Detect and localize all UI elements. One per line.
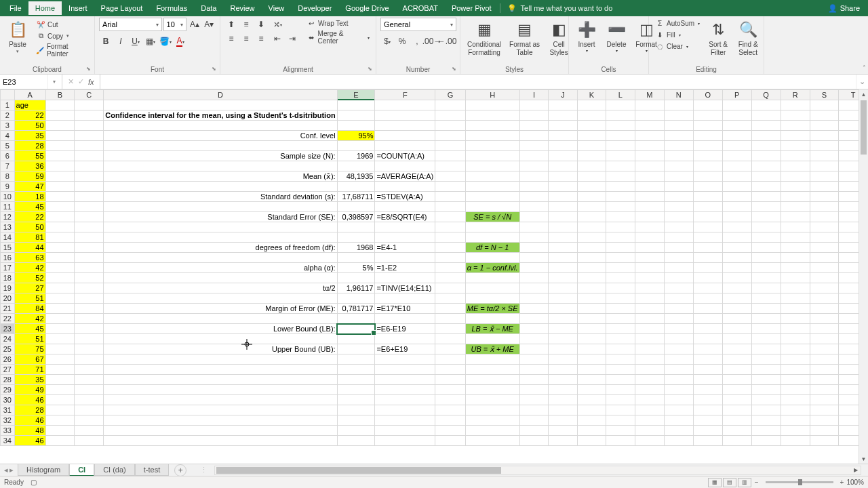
row-header-14[interactable]: 14 <box>1 232 15 243</box>
cell-E17[interactable]: 5% <box>337 263 375 273</box>
cell-O11[interactable] <box>693 202 722 212</box>
row-header-27[interactable]: 27 <box>1 365 15 375</box>
cell-P19[interactable] <box>722 283 751 293</box>
cell-K26[interactable] <box>577 354 606 365</box>
cell-K5[interactable] <box>577 141 606 151</box>
cell-B15[interactable] <box>45 243 75 253</box>
cell-L27[interactable] <box>606 365 635 375</box>
cell-A17[interactable]: 42 <box>14 263 45 273</box>
row-header-13[interactable]: 13 <box>1 222 15 232</box>
cell-H17[interactable]: α = 1 − conf.lvl. <box>465 263 519 273</box>
cell-D23[interactable]: Lower Bound (LB): <box>104 324 337 334</box>
cell-J7[interactable] <box>549 161 577 171</box>
cell-G4[interactable] <box>435 131 465 141</box>
cell-F6[interactable]: =COUNT(A:A) <box>375 151 435 161</box>
cell-H29[interactable] <box>465 385 519 395</box>
cell-R9[interactable] <box>781 182 810 192</box>
cell-N22[interactable] <box>664 314 693 324</box>
cell-L29[interactable] <box>606 385 635 395</box>
cell-P24[interactable] <box>722 334 751 344</box>
cell-D5[interactable] <box>104 141 337 151</box>
autosum-button[interactable]: ΣAutoSum▾ <box>653 18 702 28</box>
cell-G10[interactable] <box>435 192 465 202</box>
cell-S22[interactable] <box>810 314 839 324</box>
cell-H3[interactable] <box>465 121 519 131</box>
cell-L31[interactable] <box>606 405 635 415</box>
col-header-H[interactable]: H <box>465 90 519 100</box>
cell-G11[interactable] <box>435 202 465 212</box>
cell-R2[interactable] <box>781 110 810 121</box>
cell-G20[interactable] <box>435 293 465 304</box>
cell-I17[interactable] <box>519 263 549 273</box>
cell-J13[interactable] <box>549 222 577 232</box>
cell-J3[interactable] <box>549 121 577 131</box>
cell-S31[interactable] <box>810 405 839 415</box>
cell-R34[interactable] <box>781 436 810 446</box>
cell-Q25[interactable] <box>751 344 781 354</box>
cell-C16[interactable] <box>75 253 104 263</box>
expand-formula-bar[interactable]: ⌄ <box>856 75 868 89</box>
font-launcher[interactable]: ⬊ <box>212 66 218 73</box>
cell-E20[interactable] <box>337 293 375 304</box>
cell-E9[interactable] <box>337 182 375 192</box>
cell-A8[interactable]: 59 <box>14 171 45 182</box>
cell-E19[interactable]: 1,96117 <box>337 283 375 293</box>
cell-E2[interactable] <box>337 110 375 121</box>
cell-L16[interactable] <box>606 253 635 263</box>
cell-G16[interactable] <box>435 253 465 263</box>
italic-button[interactable]: I <box>114 35 127 48</box>
conditional-formatting-button[interactable]: ▦Conditional Formatting <box>465 18 504 58</box>
cell-M30[interactable] <box>635 395 664 405</box>
cell-S13[interactable] <box>810 222 839 232</box>
cell-S10[interactable] <box>810 192 839 202</box>
cell-C23[interactable] <box>75 324 104 334</box>
cell-D20[interactable] <box>104 293 337 304</box>
cell-I5[interactable] <box>519 141 549 151</box>
cell-N27[interactable] <box>664 365 693 375</box>
cell-C17[interactable] <box>75 263 104 273</box>
cell-R25[interactable] <box>781 344 810 354</box>
formula-input[interactable] <box>104 78 852 86</box>
bold-button[interactable]: B <box>99 35 113 48</box>
cell-E7[interactable] <box>337 161 375 171</box>
cell-N5[interactable] <box>664 141 693 151</box>
cell-K3[interactable] <box>577 121 606 131</box>
cell-E15[interactable]: 1968 <box>337 243 375 253</box>
cell-F29[interactable] <box>375 385 435 395</box>
decrease-font-button[interactable]: A▾ <box>203 18 216 31</box>
cell-A22[interactable]: 42 <box>14 314 45 324</box>
cell-P8[interactable] <box>722 171 751 182</box>
tab-pagelayout[interactable]: Page Layout <box>94 1 150 15</box>
cell-K2[interactable] <box>577 110 606 121</box>
cell-P22[interactable] <box>722 314 751 324</box>
cell-C22[interactable] <box>75 314 104 324</box>
cell-Q8[interactable] <box>751 171 781 182</box>
cell-L8[interactable] <box>606 171 635 182</box>
tab-home[interactable]: Home <box>28 1 62 15</box>
cell-L23[interactable] <box>606 324 635 334</box>
cell-Q7[interactable] <box>751 161 781 171</box>
cell-I29[interactable] <box>519 385 549 395</box>
cell-O25[interactable] <box>693 344 722 354</box>
add-sheet-button[interactable]: + <box>174 464 186 476</box>
cell-Q19[interactable] <box>751 283 781 293</box>
cell-K13[interactable] <box>577 222 606 232</box>
cell-H11[interactable] <box>465 202 519 212</box>
cell-N15[interactable] <box>664 243 693 253</box>
cell-O9[interactable] <box>693 182 722 192</box>
cell-J8[interactable] <box>549 171 577 182</box>
cell-P10[interactable] <box>722 192 751 202</box>
cell-N32[interactable] <box>664 415 693 426</box>
cell-B33[interactable] <box>45 426 75 436</box>
cell-O17[interactable] <box>693 263 722 273</box>
cell-S16[interactable] <box>810 253 839 263</box>
cell-R3[interactable] <box>781 121 810 131</box>
cell-I15[interactable] <box>519 243 549 253</box>
cell-C3[interactable] <box>75 121 104 131</box>
cell-P5[interactable] <box>722 141 751 151</box>
cell-O31[interactable] <box>693 405 722 415</box>
cell-E27[interactable] <box>337 365 375 375</box>
row-header-9[interactable]: 9 <box>1 182 15 192</box>
cell-Q17[interactable] <box>751 263 781 273</box>
row-header-25[interactable]: 25 <box>1 344 15 354</box>
